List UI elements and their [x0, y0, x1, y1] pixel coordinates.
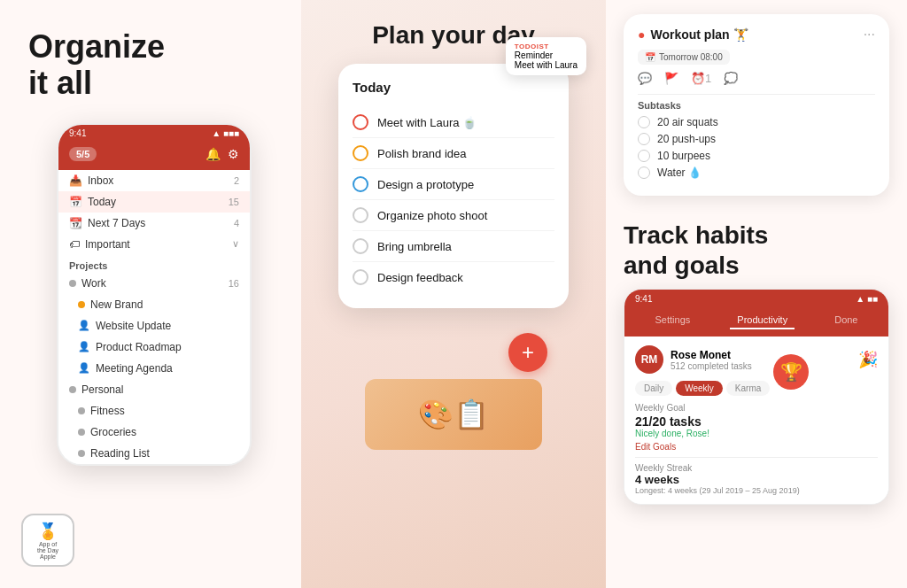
inbox-badge: 2	[234, 175, 239, 186]
more-icon[interactable]: ···	[864, 27, 875, 43]
work-badge: 16	[229, 278, 239, 289]
app-badge-line2: the Day	[37, 547, 58, 553]
task-item-2[interactable]: Design a prototype	[353, 169, 554, 200]
weekly-goal-sub: Nicely done, Rose!	[635, 429, 878, 438]
user-tasks-count: 512 completed tasks	[671, 361, 752, 371]
reminder-text: Meet with Laura	[515, 60, 578, 70]
subtask-circle-2	[638, 150, 650, 162]
tab-productivity[interactable]: Productivity	[730, 312, 795, 329]
workout-title-row: ● Workout plan 🏋 ···	[638, 27, 875, 43]
project-newbrand[interactable]: New Brand	[58, 294, 250, 315]
task-item-0[interactable]: Meet with Laura 🍵	[353, 107, 554, 138]
task-label-1: Polish brand idea	[377, 147, 466, 160]
project-personal[interactable]: Personal	[58, 379, 250, 400]
confetti-icon: 🎉	[858, 350, 878, 369]
projects-section-title: Projects	[58, 255, 250, 273]
task-label-0: Meet with Laura 🍵	[377, 116, 477, 129]
laurel-icon: 🏅	[38, 522, 58, 541]
task-circle-2	[353, 176, 368, 192]
person-icon: 👤	[78, 320, 90, 331]
subtask-circle-0	[638, 116, 650, 128]
workout-meta: 📅 Tomorrow 08:00	[638, 50, 875, 65]
task-circle-4	[353, 238, 368, 254]
workout-card: ● Workout plan 🏋 ··· 📅 Tomorrow 08:00 💬 …	[624, 14, 889, 196]
tab-settings[interactable]: Settings	[648, 312, 698, 329]
subtask-1[interactable]: 20 push-ups	[638, 133, 875, 145]
nav-next7[interactable]: 📆 Next 7 Days 4	[58, 213, 250, 234]
track-headline: Track habits and goals	[606, 206, 907, 289]
add-task-button[interactable]: +	[508, 333, 547, 372]
workout-title: Workout plan 🏋	[650, 27, 748, 42]
status-icons: ▲ ■■■	[212, 128, 239, 138]
small-divider	[635, 457, 878, 458]
small-time: 9:41	[635, 294, 652, 304]
meetingagenda-label: Meeting Agenda	[96, 362, 173, 375]
edit-goals-link[interactable]: Edit Goals	[635, 442, 878, 452]
project-readinglist[interactable]: Reading List	[58, 443, 250, 464]
flag-icon[interactable]: 🚩	[664, 72, 678, 85]
task-card-title: Today	[353, 80, 554, 95]
left-panel: Organize it all 9:41 ▲ ■■■ 5/5 🔔 ⚙ 📥 Inb…	[0, 0, 301, 588]
task-item-1[interactable]: Polish brand idea	[353, 138, 554, 169]
task-item-3[interactable]: Organize photo shoot	[353, 200, 554, 231]
subtask-label-1: 20 push-ups	[657, 133, 716, 145]
subtask-label-2: 10 burpees	[657, 150, 710, 162]
status-time: 9:41	[69, 128, 86, 138]
comment-icon[interactable]: 💬	[638, 72, 652, 85]
period-karma[interactable]: Karma	[726, 381, 770, 396]
gear-icon[interactable]: ⚙	[228, 147, 239, 161]
websiteupdate-label: Website Update	[96, 320, 171, 332]
nav-important[interactable]: 🏷 Important ∨	[58, 234, 250, 255]
workout-actions: 💬 🚩 ⏰1 💭	[638, 72, 875, 85]
header-icons: 🔔 ⚙	[205, 147, 239, 161]
subtask-0[interactable]: 20 air squats	[638, 116, 875, 128]
fitness-label: Fitness	[90, 405, 125, 417]
alarm-icon[interactable]: ⏰1	[691, 72, 711, 85]
weekly-goal-label: Weekly Goal	[635, 403, 878, 413]
app-badge-line3: Apple	[40, 553, 56, 560]
user-row: RM Rose Monet 512 completed tasks 🎉	[635, 345, 878, 374]
divider	[638, 94, 875, 95]
nav-today[interactable]: 📅 Today 15	[58, 191, 250, 213]
readinglist-label: Reading List	[90, 447, 150, 460]
groceries-dot	[78, 429, 85, 436]
groceries-label: Groceries	[90, 426, 136, 438]
task-item-5[interactable]: Design feedback	[353, 262, 554, 292]
project-websiteupdate[interactable]: 👤 Website Update	[58, 315, 250, 337]
nav-list: 📥 Inbox 2 📅 Today 15 📆 Next 7 Days 4	[58, 170, 250, 464]
work-label: Work	[81, 277, 106, 290]
small-tabs: Settings Productivity Done	[624, 308, 888, 337]
today-badge: 15	[229, 197, 239, 207]
mid-panel: Plan your day TODOIST Reminder Meet with…	[301, 0, 606, 588]
task-card: Today Meet with Laura 🍵 Polish brand ide…	[338, 64, 569, 308]
period-daily[interactable]: Daily	[635, 381, 672, 396]
project-fitness[interactable]: Fitness	[58, 400, 250, 422]
task-label-3: Organize photo shoot	[377, 209, 487, 222]
important-badge: ∨	[232, 238, 239, 250]
bell-icon[interactable]: 🔔	[205, 147, 221, 161]
streak-label: Weekly Streak	[635, 463, 878, 473]
nav-inbox[interactable]: 📥 Inbox 2	[58, 170, 250, 191]
weekly-goal-value: 21/20 tasks	[635, 414, 878, 429]
next7-badge: 4	[234, 218, 239, 228]
project-work[interactable]: Work 16	[58, 273, 250, 294]
task-item-4[interactable]: Bring umbrella	[353, 231, 554, 262]
subtask-label-0: 20 air squats	[657, 116, 718, 128]
fitness-dot	[78, 407, 85, 414]
period-weekly[interactable]: Weekly	[676, 381, 723, 396]
subtask-circle-3	[638, 166, 650, 179]
tab-done[interactable]: Done	[827, 312, 864, 329]
user-name: Rose Monet	[671, 349, 752, 361]
project-groceries[interactable]: Groceries	[58, 422, 250, 443]
subtask-2[interactable]: 10 burpees	[638, 150, 875, 162]
readinglist-dot	[78, 450, 85, 457]
subtask-3[interactable]: Water 💧	[638, 166, 875, 179]
task-label-5: Design feedback	[377, 271, 463, 284]
subtask-label-3: Water 💧	[657, 166, 702, 179]
project-productroadmap[interactable]: 👤 Product Roadmap	[58, 337, 250, 358]
task-label-2: Design a prototype	[377, 178, 474, 191]
note-icon[interactable]: 💭	[724, 72, 738, 85]
personal-label: Personal	[81, 383, 123, 396]
subtask-circle-1	[638, 133, 650, 145]
project-meetingagenda[interactable]: 👤 Meeting Agenda	[58, 358, 250, 379]
